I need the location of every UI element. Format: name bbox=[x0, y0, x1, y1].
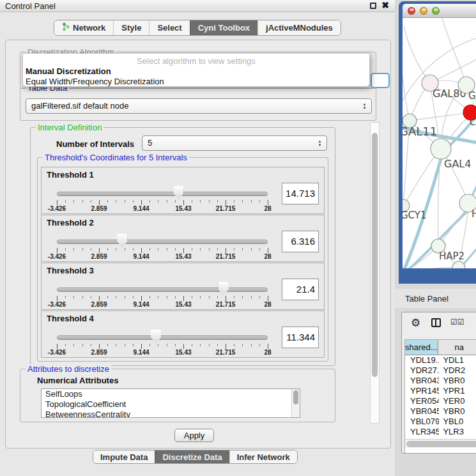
control-panel-window: Control Panel ✖ NetworkStyleSelectCyni T… bbox=[0, 0, 395, 476]
threshold-slider-track[interactable] bbox=[57, 240, 268, 244]
tick-mark bbox=[217, 344, 218, 346]
tick-mark bbox=[183, 296, 184, 301]
table-row[interactable]: YLR345WYLR3 bbox=[405, 427, 476, 437]
tick-mark bbox=[133, 344, 134, 346]
attributes-group: Attributes to discretize Numerical Attri… bbox=[20, 369, 335, 422]
tab-style[interactable]: Style bbox=[113, 20, 149, 35]
tab-infer-network[interactable]: Infer Network bbox=[229, 450, 297, 463]
stepper-icon: ▲▼ bbox=[317, 137, 323, 149]
attribute-list-item[interactable]: SelfLoops bbox=[42, 389, 300, 399]
table-cell: YBR043C bbox=[405, 376, 439, 386]
table-column-header[interactable]: shared... bbox=[405, 340, 438, 355]
algorithm-combobox[interactable] bbox=[371, 73, 390, 88]
threshold-slider-track[interactable] bbox=[57, 335, 268, 340]
float-window-icon[interactable] bbox=[370, 3, 376, 9]
table-column-header[interactable]: na bbox=[438, 340, 476, 355]
tab-cyni-toolbox[interactable]: Cyni Toolbox bbox=[190, 20, 257, 35]
tick-label: -3.426 bbox=[48, 253, 66, 260]
table-row[interactable]: YPR145WYPR1 bbox=[405, 386, 476, 396]
table-row[interactable]: YER054CYER0 bbox=[405, 396, 476, 406]
tick-mark bbox=[158, 344, 158, 346]
tick-mark bbox=[167, 200, 167, 203]
table-row[interactable]: YBR045CYBR0 bbox=[405, 406, 476, 417]
table-data-combobox[interactable]: galFiltered.sif default node ▲▼ bbox=[26, 98, 372, 114]
threshold-slider-thumb[interactable] bbox=[117, 234, 127, 248]
tick-mark bbox=[175, 296, 176, 298]
attribute-list-item[interactable]: TopologicalCoefficient bbox=[42, 399, 300, 410]
threshold-slider-thumb[interactable] bbox=[219, 282, 229, 296]
tab-impute-data[interactable]: Impute Data bbox=[93, 450, 155, 463]
table-row[interactable]: YDL19...YDL1 bbox=[405, 355, 476, 365]
checked-checkboxes-icon[interactable]: ☑☑ bbox=[450, 318, 464, 326]
algorithm-placeholder: Select algorithm to view settings bbox=[23, 56, 369, 66]
numerical-attributes-list[interactable]: SelfLoopsTopologicalCoefficientBetweenne… bbox=[41, 388, 300, 418]
settings-scrollbar-thumb[interactable] bbox=[372, 133, 378, 377]
threshold-value-field[interactable]: 11.344 bbox=[282, 326, 319, 348]
threshold-value-field[interactable]: 14.713 bbox=[282, 183, 319, 204]
tick-mark bbox=[192, 344, 192, 346]
number-of-intervals-combobox[interactable]: 5 ▲▼ bbox=[142, 135, 327, 151]
network-edge[interactable] bbox=[403, 43, 410, 121]
table-row[interactable]: YDR27...YDR2 bbox=[405, 365, 476, 376]
threshold-value-field[interactable]: 21.4 bbox=[282, 279, 319, 300]
tick-mark bbox=[251, 248, 252, 250]
threshold-slider-thumb[interactable] bbox=[151, 330, 161, 344]
tab-network[interactable]: Network bbox=[54, 20, 113, 35]
tick-label: 21.715 bbox=[216, 349, 236, 356]
table-hscrollbar-thumb[interactable] bbox=[406, 441, 476, 447]
tick-label: 2.859 bbox=[91, 205, 107, 212]
settings-scrollbar[interactable] bbox=[370, 122, 380, 424]
network-edge[interactable] bbox=[410, 112, 471, 121]
network-node-gal4[interactable] bbox=[431, 139, 451, 159]
tick-mark bbox=[226, 248, 226, 253]
tick-label: 2.859 bbox=[91, 349, 107, 356]
network-edge[interactable] bbox=[404, 26, 430, 83]
attribute-list-item[interactable]: BetweennessCentrality bbox=[42, 410, 300, 418]
table-hscrollbar[interactable] bbox=[405, 439, 476, 448]
tab-jactivemnodules[interactable]: jActiveMNodules bbox=[257, 20, 341, 35]
slider-ticks bbox=[57, 344, 268, 349]
apply-button[interactable]: Apply bbox=[174, 429, 214, 442]
tick-mark bbox=[226, 344, 226, 349]
tab-discretize-data[interactable]: Discretize Data bbox=[155, 450, 229, 463]
tick-mark bbox=[150, 296, 150, 298]
algorithm-option[interactable]: Equal Width/Frequency Discretization bbox=[26, 77, 164, 86]
gear-icon[interactable]: ⚙ bbox=[411, 316, 420, 330]
table-cell: YDL19... bbox=[405, 355, 439, 365]
thresholds-group: Threshold's Coordinates for 5 Intervals … bbox=[37, 157, 328, 362]
zoom-traffic-light[interactable] bbox=[432, 7, 440, 15]
close-traffic-light[interactable] bbox=[408, 7, 415, 15]
slider-tick-labels: -3.4262.8599.14415.4321.71528 bbox=[57, 205, 268, 213]
tick-mark bbox=[141, 296, 142, 301]
table-row[interactable]: YBR043CYBR0 bbox=[405, 376, 476, 386]
node-table: shared...na YDL19...YDL1YDR27...YDR2YBR0… bbox=[404, 339, 476, 453]
tab-select[interactable]: Select bbox=[149, 20, 189, 35]
threshold-slider-thumb[interactable] bbox=[173, 186, 183, 200]
tick-mark bbox=[209, 344, 210, 346]
tick-label: 28 bbox=[264, 349, 271, 356]
threshold-label: Threshold 2 bbox=[47, 218, 94, 227]
tick-label: 2.859 bbox=[91, 253, 107, 260]
tick-mark bbox=[73, 248, 74, 250]
table-cell: YBR045C bbox=[405, 406, 439, 417]
attributes-group-title: Attributes to discretize bbox=[26, 364, 111, 374]
threshold-slider-track[interactable] bbox=[57, 288, 268, 292]
threshold-slider-track[interactable] bbox=[57, 192, 268, 196]
list-scrollbar-thumb[interactable] bbox=[293, 390, 298, 404]
list-scrollbar[interactable] bbox=[291, 389, 300, 417]
tab-label: Discretize Data bbox=[162, 452, 222, 462]
split-columns-icon[interactable] bbox=[431, 318, 441, 327]
tick-label: 2.859 bbox=[91, 301, 107, 308]
network-canvas[interactable]: GAL80GACGAL11GAL4GCY1HHAP2 bbox=[403, 18, 476, 268]
thresholds-list: Threshold 1-3.4262.8599.14415.4321.71528… bbox=[41, 167, 325, 358]
table-row[interactable]: YBL079WYBL0 bbox=[405, 417, 476, 427]
algorithm-option[interactable]: Manual Discretization bbox=[26, 66, 111, 76]
threshold-panel: Threshold 1-3.4262.8599.14415.4321.71528… bbox=[41, 167, 325, 214]
network-icon bbox=[62, 22, 70, 33]
close-icon[interactable]: ✖ bbox=[381, 0, 389, 10]
minimize-traffic-light[interactable] bbox=[420, 7, 427, 15]
tick-mark bbox=[99, 296, 100, 301]
tick-mark bbox=[82, 296, 83, 298]
cyni-toolbox-content: Discretization Algorithm Select algorith… bbox=[5, 40, 391, 449]
threshold-value-field[interactable]: 6.316 bbox=[282, 231, 319, 252]
